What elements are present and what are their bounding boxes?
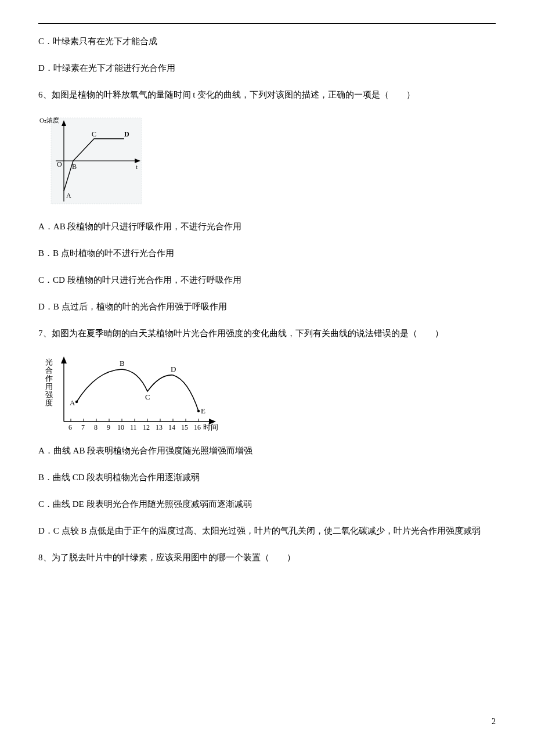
tick-13: 13	[156, 423, 163, 431]
y-axis-arrow	[61, 357, 67, 363]
origin-label: O	[57, 160, 62, 168]
tick-14: 14	[168, 423, 175, 431]
q6-chart: O₂浓度 O A B C D t	[38, 114, 143, 210]
tick-11: 11	[130, 423, 137, 431]
point-b-label: B	[72, 163, 77, 171]
top-rule	[38, 23, 496, 24]
q7-figure: 6 7 8 9 10 11 12 13 14 15 16 A B C D E	[38, 353, 496, 434]
q7-opt-b: B．曲线 CD 段表明植物光合作用逐渐减弱	[38, 470, 496, 484]
option-d-text: D．	[38, 63, 53, 73]
option-c-body: 叶绿素只有在光下才能合成	[53, 37, 157, 46]
q7-chart: 6 7 8 9 10 11 12 13 14 15 16 A B C D E	[38, 353, 224, 434]
q7-opt-c: C．曲线 DE 段表明光合作用随光照强度减弱而逐渐减弱	[38, 497, 496, 511]
page-number: 2	[492, 715, 496, 728]
label-c: C	[145, 393, 150, 401]
curve	[77, 369, 199, 411]
xlabel: 时间	[203, 423, 218, 431]
tick-16: 16	[194, 423, 201, 431]
label-b: B	[120, 359, 125, 368]
ylabel: O₂浓度	[39, 117, 59, 124]
option-c: C．叶绿素只有在光下才能合成	[38, 34, 496, 48]
q6-opt-b: B．B 点时植物的叶不进行光合作用	[38, 246, 496, 260]
point-e	[197, 410, 200, 412]
x-ticks: 6 7 8 9 10 11 12 13 14 15 16	[68, 419, 201, 431]
tick-10: 10	[117, 423, 124, 431]
q7-opt-d: D．C 点较 B 点低是由于正午的温度过高、太阳光过强，叶片的气孔关闭，使二氧化…	[38, 524, 496, 538]
tick-8: 8	[94, 423, 98, 431]
q6-opt-c: C．CD 段植物的叶只进行光合作用，不进行呼吸作用	[38, 273, 496, 287]
option-d-body: 叶绿素在光下才能进行光合作用	[53, 63, 175, 73]
tick-7: 7	[81, 423, 85, 431]
tick-12: 12	[143, 423, 150, 431]
label-a: A	[70, 398, 75, 407]
q8-stem: 8、为了脱去叶片中的叶绿素，应该采用图中的哪一个装置（ ）	[38, 550, 496, 564]
xlabel-t: t	[136, 163, 138, 170]
label-d: D	[171, 365, 176, 373]
tick-6: 6	[68, 423, 72, 431]
option-d: D．叶绿素在光下才能进行光合作用	[38, 61, 496, 75]
q6-opt-d: D．B 点过后，植物的叶的光合作用强于呼吸作用	[38, 300, 496, 314]
point-a-label: A	[66, 192, 71, 200]
q6-opt-a: A．AB 段植物的叶只进行呼吸作用，不进行光合作用	[38, 219, 496, 233]
ylabel: 光 合 作 用 强 度	[45, 358, 55, 407]
point-c-label: C	[92, 130, 96, 138]
q6-stem: 6、如图是植物的叶释放氧气的量随时间 t 变化的曲线，下列对该图的描述，正确的一…	[38, 88, 496, 102]
q7-opt-a: A．曲线 AB 段表明植物光合作用强度随光照增强而增强	[38, 444, 496, 458]
tick-9: 9	[107, 423, 110, 431]
point-d-label: D	[124, 130, 129, 138]
tick-15: 15	[181, 423, 188, 431]
q6-figure: O₂浓度 O A B C D t	[38, 114, 496, 210]
option-c-text: C．	[38, 37, 53, 46]
q7-stem: 7、如图为在夏季晴朗的白天某植物叶片光合作用强度的变化曲线，下列有关曲线的说法错…	[38, 326, 496, 340]
label-e: E	[201, 406, 205, 415]
point-a	[75, 401, 78, 403]
